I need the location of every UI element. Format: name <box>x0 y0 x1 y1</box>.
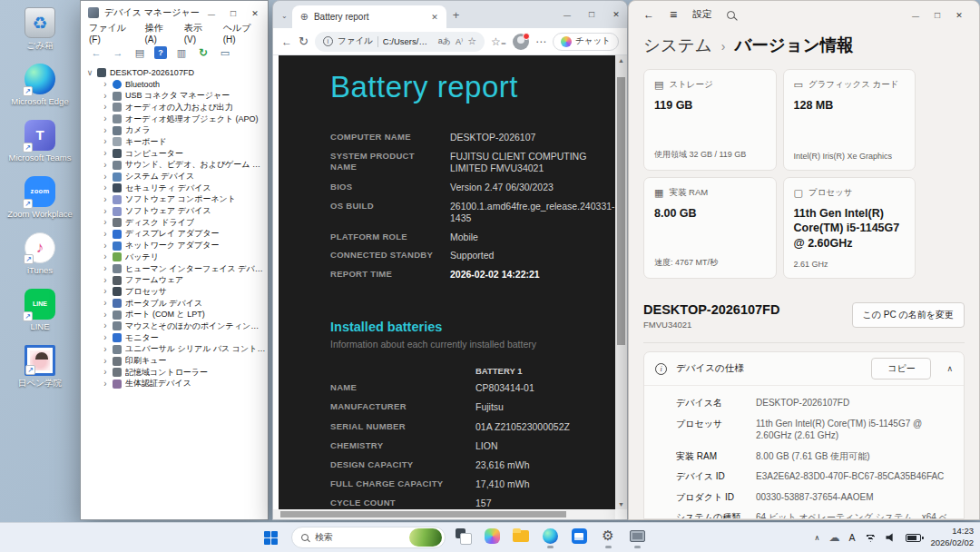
toolbar-icon[interactable] <box>196 45 211 60</box>
new-tab-button[interactable] <box>453 8 460 22</box>
onedrive-icon[interactable] <box>828 531 839 544</box>
taskbar-app-button[interactable] <box>625 524 649 551</box>
expand-icon[interactable] <box>102 103 109 112</box>
close-button[interactable] <box>250 8 260 18</box>
expand-icon[interactable] <box>102 368 109 377</box>
scrollbar-thumb[interactable] <box>617 77 625 345</box>
more-menu-icon[interactable] <box>535 35 546 48</box>
ime-indicator[interactable]: A <box>848 532 855 543</box>
scrollbar-thumb[interactable] <box>280 511 566 518</box>
taskbar-app-button[interactable] <box>509 524 533 551</box>
toolbar-icon[interactable] <box>89 45 103 60</box>
desktop-icon[interactable]: ↗ Microsoft Edge <box>4 64 76 107</box>
battery-icon[interactable] <box>906 534 921 542</box>
expand-icon[interactable] <box>102 230 109 239</box>
expand-icon[interactable] <box>102 242 109 251</box>
breadcrumb-parent[interactable]: システム <box>643 34 712 56</box>
navigation-menu-icon[interactable] <box>670 7 677 22</box>
expand-icon[interactable] <box>102 114 109 123</box>
expand-icon[interactable] <box>102 380 109 389</box>
expand-icon[interactable] <box>102 333 109 342</box>
taskbar-app-button[interactable] <box>567 524 591 551</box>
tree-item[interactable]: ユニバーサル シリアル バス コントローラー <box>86 344 266 356</box>
expand-icon[interactable] <box>102 321 109 330</box>
desktop-icon[interactable]: ↗ LINE <box>4 289 76 332</box>
toolbar-icon[interactable] <box>174 45 189 60</box>
clock[interactable]: 14:23 2026/02/02 <box>930 526 974 549</box>
tree-item[interactable]: プロセッサ <box>86 286 266 298</box>
taskbar-app-button[interactable] <box>480 524 504 551</box>
expand-icon[interactable] <box>102 149 109 158</box>
taskbar-app-button[interactable] <box>538 524 562 551</box>
expand-icon[interactable] <box>102 183 109 192</box>
desktop-icon[interactable]: ↗ Zoom Workplace <box>4 176 76 220</box>
expand-icon[interactable] <box>102 252 109 261</box>
tree-item[interactable]: ソフトウェア コンポーネント <box>86 194 266 206</box>
tree-item[interactable]: Bluetooth <box>86 79 266 91</box>
favorites-icon[interactable] <box>491 35 506 48</box>
translate-icon[interactable] <box>438 35 451 47</box>
expand-icon[interactable] <box>102 137 109 146</box>
back-button[interactable] <box>281 36 292 47</box>
minimize-button[interactable] <box>910 10 921 20</box>
tree-item[interactable]: ディスク ドライブ <box>86 217 266 229</box>
toolbar-icon[interactable] <box>111 45 125 60</box>
tree-item[interactable]: 記憶域コントローラー <box>86 367 266 379</box>
expand-icon[interactable] <box>102 310 109 320</box>
taskbar-app-button[interactable] <box>596 524 620 551</box>
expand-icon[interactable] <box>102 172 109 182</box>
page-info-icon[interactable] <box>323 36 333 46</box>
toolbar-icon[interactable] <box>132 45 147 60</box>
back-button[interactable] <box>643 8 654 21</box>
copy-button[interactable]: コピー <box>871 358 931 380</box>
tree-item[interactable]: ポート (COM と LPT) <box>86 309 266 320</box>
expand-icon[interactable] <box>102 357 109 366</box>
expand-icon[interactable] <box>102 287 109 296</box>
tree-item[interactable]: USB コネクタ マネージャー <box>86 90 266 102</box>
copilot-chat-button[interactable]: チャット <box>553 33 619 51</box>
vertical-scrollbar[interactable] <box>615 55 627 509</box>
horizontal-scrollbar[interactable] <box>273 509 615 519</box>
close-button[interactable] <box>611 9 622 19</box>
add-favorite-icon[interactable] <box>467 35 476 47</box>
search-icon[interactable] <box>727 11 735 19</box>
browser-tab[interactable]: Battery report <box>292 5 446 28</box>
tree-root[interactable]: DESKTOP-2026107FD <box>86 67 266 79</box>
address-bar[interactable]: ファイル C:/Users/USE... <box>315 32 485 52</box>
desktop-icon[interactable]: ↗ 日ペン学院 <box>4 345 76 389</box>
tree-item[interactable]: オーディオの入力および出力 <box>86 102 266 113</box>
tree-item[interactable]: 印刷キュー <box>86 355 266 367</box>
expand-icon[interactable] <box>102 345 109 354</box>
desktop-icon[interactable]: ↗ Microsoft Teams <box>4 120 76 163</box>
tree-item[interactable]: ポータブル デバイス <box>86 298 266 310</box>
tree-item[interactable]: ファームウェア <box>86 274 266 286</box>
tree-item[interactable]: モニター <box>86 332 266 344</box>
tree-item[interactable]: ディスプレイ アダプター <box>86 229 266 241</box>
rename-pc-button[interactable]: この PC の名前を変更 <box>852 302 965 328</box>
expand-icon[interactable] <box>102 207 109 216</box>
collapse-icon[interactable] <box>86 69 93 77</box>
expand-icon[interactable] <box>102 92 109 101</box>
taskbar-search[interactable]: 検索 <box>291 527 446 548</box>
tree-item[interactable]: マウスとそのほかのポインティング デバイス <box>86 320 266 332</box>
volume-icon[interactable] <box>886 533 897 542</box>
read-aloud-icon[interactable] <box>456 37 463 46</box>
tree-item[interactable]: ヒューマン インターフェイス デバイス <box>86 263 266 275</box>
scroll-down-icon[interactable] <box>615 499 627 509</box>
taskbar-app-button[interactable] <box>451 524 475 551</box>
tab-close-icon[interactable] <box>431 13 438 22</box>
expand-icon[interactable] <box>102 195 109 204</box>
hidden-icons-chevron[interactable] <box>815 534 820 542</box>
expand-icon[interactable] <box>102 80 109 89</box>
desktop-icon[interactable]: ↗ iTunes <box>4 232 76 276</box>
expand-icon[interactable] <box>102 218 109 227</box>
maximize-button[interactable] <box>228 8 239 18</box>
tree-item[interactable]: 生体認証デバイス <box>86 379 266 390</box>
tree-item[interactable]: ネットワーク アダプター <box>86 240 266 251</box>
profile-avatar[interactable] <box>513 34 529 50</box>
desktop-icon[interactable]: ↗ ごみ箱 <box>4 7 76 51</box>
minimize-button[interactable] <box>562 9 573 19</box>
scroll-up-icon[interactable] <box>615 55 627 65</box>
reload-button[interactable] <box>299 35 309 47</box>
tree-item[interactable]: ソフトウェア デバイス <box>86 205 266 217</box>
